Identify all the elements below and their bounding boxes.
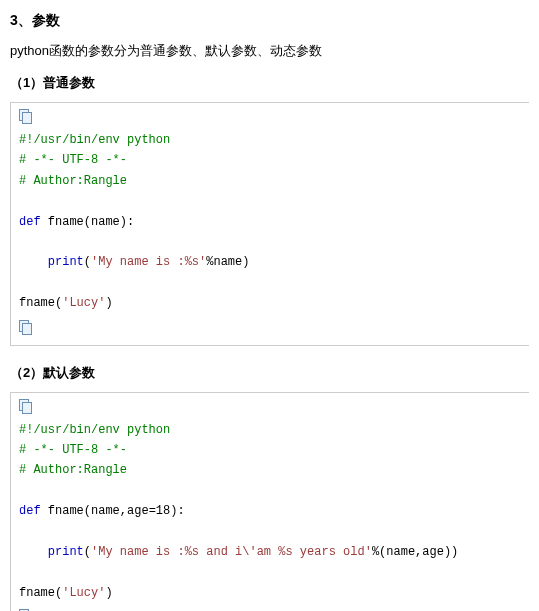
code-toolbar-bottom (19, 320, 521, 337)
code-comment: # Author:Rangle (19, 174, 127, 188)
code-text: fname(name): (41, 215, 135, 229)
code-text: fname( (19, 586, 62, 600)
code-text: %(name,age)) (372, 545, 458, 559)
code-comment: # Author:Rangle (19, 463, 127, 477)
code-comment: #!/usr/bin/env python (19, 133, 170, 147)
code-content: #!/usr/bin/env python # -*- UTF-8 -*- # … (19, 420, 521, 604)
code-block-1: #!/usr/bin/env python # -*- UTF-8 -*- # … (10, 102, 529, 346)
code-keyword: def (19, 215, 41, 229)
code-block-2: #!/usr/bin/env python # -*- UTF-8 -*- # … (10, 392, 529, 611)
code-string: 'Lucy' (62, 586, 105, 600)
section-heading: 3、参数 (10, 12, 529, 30)
subsection-title-2: （2）默认参数 (10, 364, 529, 382)
copy-icon[interactable] (19, 399, 33, 413)
code-text: %name) (206, 255, 249, 269)
code-keyword: print (48, 545, 84, 559)
code-content: #!/usr/bin/env python # -*- UTF-8 -*- # … (19, 130, 521, 314)
code-text: fname(name,age=18): (41, 504, 185, 518)
code-string: 'Lucy' (62, 296, 105, 310)
copy-icon[interactable] (19, 109, 33, 123)
subsection-title-1: （1）普通参数 (10, 74, 529, 92)
intro-text: python函数的参数分为普通参数、默认参数、动态参数 (10, 42, 529, 60)
code-string: 'My name is :%s' (91, 255, 206, 269)
code-comment: #!/usr/bin/env python (19, 423, 170, 437)
code-text: ) (105, 586, 112, 600)
code-comment: # -*- UTF-8 -*- (19, 153, 127, 167)
code-comment: # -*- UTF-8 -*- (19, 443, 127, 457)
code-text: ) (105, 296, 112, 310)
code-string: 'My name is :%s and i\'am %s years old' (91, 545, 372, 559)
code-text: ( (84, 255, 91, 269)
code-text: ( (84, 545, 91, 559)
copy-icon[interactable] (19, 320, 33, 334)
code-toolbar-top (19, 399, 521, 416)
code-toolbar-top (19, 109, 521, 126)
code-text: fname( (19, 296, 62, 310)
code-keyword: print (48, 255, 84, 269)
code-keyword: def (19, 504, 41, 518)
